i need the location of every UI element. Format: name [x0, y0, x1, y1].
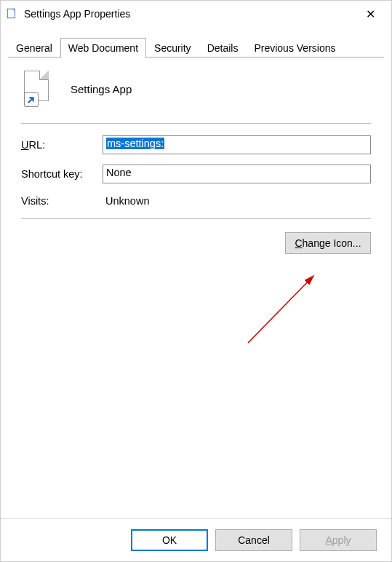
ok-button[interactable]: OK: [131, 529, 208, 551]
shortcut-file-icon: [24, 71, 56, 107]
titlebar: Settings App Properties ✕: [1, 1, 391, 27]
change-icon-button[interactable]: Change Icon...: [285, 232, 371, 254]
tab-general[interactable]: General: [8, 38, 60, 58]
shortcut-key-label: Shortcut key:: [21, 168, 103, 180]
tab-details[interactable]: Details: [199, 38, 247, 58]
visits-row: Visits: Unknown: [21, 194, 371, 208]
tab-previous-versions[interactable]: Previous Versions: [246, 38, 343, 58]
tabs: General Web Document Security Details Pr…: [1, 37, 391, 58]
shortcut-arrow-icon: [24, 92, 39, 107]
dialog-footer: OK Cancel Apply: [1, 518, 391, 561]
url-label: URL:: [21, 139, 103, 151]
change-icon-row: Change Icon...: [21, 232, 371, 254]
close-button[interactable]: ✕: [353, 2, 387, 25]
apply-button[interactable]: Apply: [300, 529, 377, 551]
svg-line-2: [248, 276, 313, 343]
window-title: Settings App Properties: [24, 8, 353, 20]
cancel-button[interactable]: Cancel: [215, 529, 292, 551]
tab-web-document[interactable]: Web Document: [60, 38, 146, 58]
tab-content: Settings App URL: ms-settings: Shortcut …: [1, 58, 391, 261]
tab-security[interactable]: Security: [146, 38, 199, 58]
visits-label: Visits:: [21, 195, 103, 207]
annotation-arrow-icon: [241, 270, 335, 357]
visits-value: Unknown: [103, 194, 371, 208]
app-name: Settings App: [71, 83, 132, 95]
shortcut-key-input[interactable]: None: [103, 165, 371, 183]
window-icon: [5, 7, 18, 20]
url-row: URL: ms-settings:: [21, 135, 371, 154]
divider: [21, 218, 371, 219]
app-header: Settings App: [21, 71, 371, 107]
url-input[interactable]: ms-settings:: [103, 135, 371, 154]
shortcut-key-row: Shortcut key: None: [21, 165, 371, 183]
divider: [21, 123, 371, 124]
